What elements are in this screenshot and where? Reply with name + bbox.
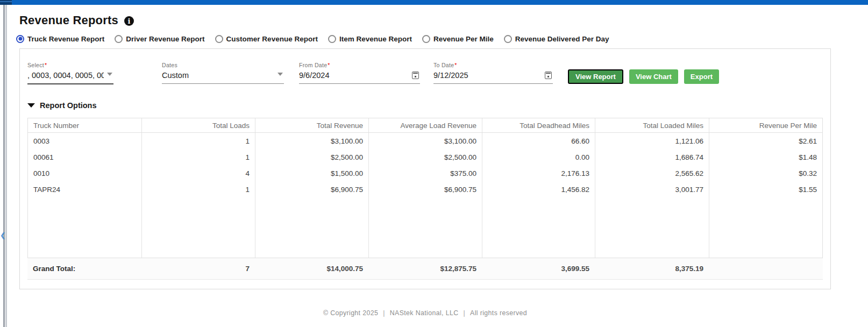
to-date-field[interactable]: To Date* 9/12/2025 xyxy=(433,62,553,84)
cell-total-revenue: $1,500.00 xyxy=(255,165,369,181)
radio-item-revenue-report[interactable]: Item Revenue Report xyxy=(328,35,412,43)
radio-label: Customer Revenue Report xyxy=(226,35,318,43)
cell-total-loads: 1 xyxy=(142,149,255,165)
cell-truck-number: TAPR24 xyxy=(28,181,142,197)
dates-label: Dates xyxy=(162,62,284,69)
radio-label: Driver Revenue Report xyxy=(126,35,204,43)
table-empty-area xyxy=(28,197,822,258)
footer-divider: | xyxy=(383,309,385,317)
column-header-truck-number: Truck Number xyxy=(28,118,142,132)
grand-total-loaded-miles: 8,375.19 xyxy=(595,258,709,279)
calendar-icon[interactable] xyxy=(412,72,419,79)
report-options-label: Report Options xyxy=(40,101,97,110)
export-button[interactable]: Export xyxy=(684,69,719,84)
from-date-value[interactable]: 9/6/2024 xyxy=(299,71,409,80)
radio-label: Revenue Delivered Per Day xyxy=(515,35,609,43)
cell-total-deadhead-miles: 0.00 xyxy=(482,149,595,165)
grand-total-average-load-revenue: $12,875.75 xyxy=(368,258,482,279)
company-name: NAStek National, LLC xyxy=(390,309,459,317)
calendar-icon[interactable] xyxy=(545,72,552,79)
sidebar-collapse-icon[interactable]: ❮ xyxy=(0,231,5,239)
required-asterisk: * xyxy=(45,62,47,68)
label-text: Select xyxy=(27,62,44,68)
view-chart-button[interactable]: View Chart xyxy=(629,69,678,84)
radio-revenue-per-mile[interactable]: Revenue Per Mile xyxy=(422,35,494,43)
filters-row: Select* , 0003, 0004, 0005, 00... Dates … xyxy=(20,49,830,86)
table-row[interactable]: TAPR24 1 $6,900.75 $6,900.75 1,456.82 3,… xyxy=(28,181,822,197)
footer-divider: | xyxy=(463,309,465,317)
radio-truck-revenue-report[interactable]: Truck Revenue Report xyxy=(16,35,104,43)
required-asterisk: * xyxy=(328,62,330,68)
cell-average-load-revenue: $3,100.00 xyxy=(369,133,482,149)
table-row[interactable]: 0010 4 $1,500.00 $375.00 2,176.13 2,565.… xyxy=(28,165,822,181)
cell-truck-number: 0003 xyxy=(28,133,142,149)
table-header-row: Truck Number Total Loads Total Revenue A… xyxy=(27,118,823,133)
copyright-text: © Copyright 2025 xyxy=(323,309,378,317)
report-options-toggle[interactable]: Report Options xyxy=(27,100,830,111)
to-date-value[interactable]: 9/12/2025 xyxy=(433,71,542,80)
radio-label: Item Revenue Report xyxy=(339,35,412,43)
top-accent-bar-left-segment xyxy=(0,0,12,5)
top-accent-bar xyxy=(0,0,868,5)
cell-total-deadhead-miles: 2,176.13 xyxy=(482,165,595,181)
footer: © Copyright 2025|NAStek National, LLC|Al… xyxy=(19,309,831,317)
cell-total-loaded-miles: 1,121.06 xyxy=(595,133,709,149)
rights-text: All rights reserved xyxy=(470,309,527,317)
view-report-button[interactable]: View Report xyxy=(568,69,623,84)
radio-revenue-delivered-per-day[interactable]: Revenue Delivered Per Day xyxy=(504,35,609,43)
grand-total-label: Grand Total: xyxy=(27,258,141,279)
grand-total-revenue-per-mile xyxy=(709,258,823,279)
chevron-down-icon[interactable] xyxy=(107,73,112,76)
truck-select-label: Select* xyxy=(27,62,113,69)
cell-total-loads: 4 xyxy=(142,165,255,181)
action-buttons: View Report View Chart Export xyxy=(568,69,719,84)
label-text: To Date xyxy=(433,62,454,68)
radio-customer-revenue-report[interactable]: Customer Revenue Report xyxy=(215,35,318,43)
main-content: Revenue Reports i Truck Revenue Report D… xyxy=(19,5,831,317)
radio-driver-revenue-report[interactable]: Driver Revenue Report xyxy=(115,35,204,43)
radio-button-icon xyxy=(16,35,24,43)
dates-value[interactable]: Custom xyxy=(162,71,274,80)
grand-total-deadhead-miles: 3,699.55 xyxy=(482,258,595,279)
label-text: Dates xyxy=(162,62,177,68)
cell-average-load-revenue: $6,900.75 xyxy=(369,181,482,197)
title-row: Revenue Reports i xyxy=(19,12,831,29)
column-header-total-loads: Total Loads xyxy=(142,118,255,132)
cell-total-loaded-miles: 2,565.62 xyxy=(595,165,709,181)
left-scrollbar[interactable] xyxy=(0,5,9,327)
cell-revenue-per-mile: $1.55 xyxy=(709,181,822,197)
cell-total-deadhead-miles: 1,456.82 xyxy=(482,181,595,197)
radio-label: Revenue Per Mile xyxy=(433,35,494,43)
cell-revenue-per-mile: $2.61 xyxy=(709,133,822,149)
truck-select-value[interactable]: , 0003, 0004, 0005, 00... xyxy=(27,71,104,80)
cell-total-loaded-miles: 3,001.77 xyxy=(595,181,709,197)
from-date-field[interactable]: From Date* 9/6/2024 xyxy=(299,62,420,84)
table-row[interactable]: 0003 1 $3,100.00 $3,100.00 66.60 1,121.0… xyxy=(28,133,822,149)
grand-total-row: Grand Total: 7 $14,000.75 $12,875.75 3,6… xyxy=(27,258,823,280)
dates-select-field[interactable]: Dates Custom xyxy=(162,62,284,84)
label-text: From Date xyxy=(299,62,327,68)
cell-truck-number: 0010 xyxy=(28,165,142,181)
page-title: Revenue Reports xyxy=(19,13,118,27)
info-icon[interactable]: i xyxy=(124,16,134,26)
cell-total-loads: 1 xyxy=(142,133,255,149)
triangle-down-icon xyxy=(27,103,35,108)
cell-average-load-revenue: $375.00 xyxy=(369,165,482,181)
cell-average-load-revenue: $2,500.00 xyxy=(369,149,482,165)
cell-total-loads: 1 xyxy=(142,181,255,197)
cell-total-deadhead-miles: 66.60 xyxy=(482,133,595,149)
chevron-down-icon[interactable] xyxy=(278,73,283,76)
cell-truck-number: 00061 xyxy=(28,149,142,165)
truck-select-field[interactable]: Select* , 0003, 0004, 0005, 00... xyxy=(27,62,113,84)
cell-revenue-per-mile: $1.48 xyxy=(709,149,822,165)
column-header-total-deadhead-miles: Total Deadhead Miles xyxy=(482,118,595,132)
to-date-label: To Date* xyxy=(433,62,553,69)
required-asterisk: * xyxy=(454,62,457,68)
column-header-total-revenue: Total Revenue xyxy=(255,118,369,132)
column-header-revenue-per-mile: Revenue Per Mile xyxy=(709,118,822,132)
radio-label: Truck Revenue Report xyxy=(27,35,104,43)
table-body: 0003 1 $3,100.00 $3,100.00 66.60 1,121.0… xyxy=(27,133,823,258)
table-row[interactable]: 00061 1 $2,500.00 $2,500.00 0.00 1,686.7… xyxy=(28,149,822,165)
report-type-radio-group: Truck Revenue Report Driver Revenue Repo… xyxy=(16,33,831,44)
cell-total-revenue: $6,900.75 xyxy=(255,181,369,197)
